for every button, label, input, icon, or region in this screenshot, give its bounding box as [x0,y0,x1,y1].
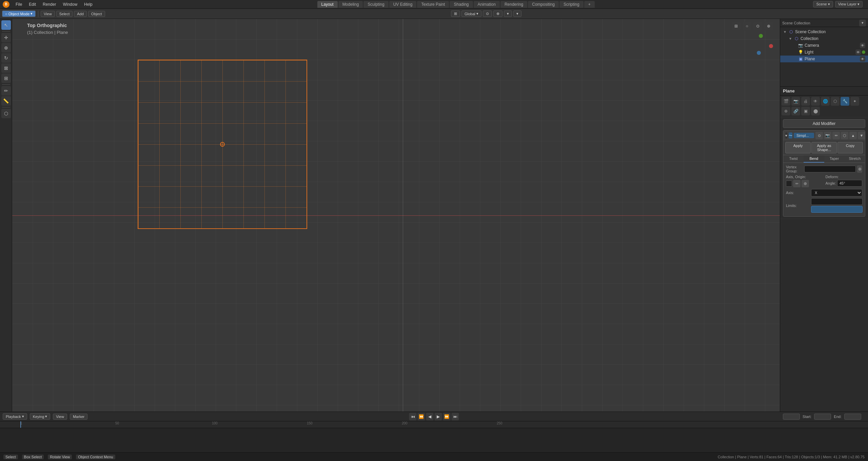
limits-min-input[interactable]: 0.00 [811,198,863,205]
modifier-render-icon[interactable]: 📷 [824,132,831,139]
rotate-tool[interactable]: ↻ [1,53,11,63]
tab-compositing[interactable]: Compositing [528,1,559,8]
tree-light[interactable]: 💡 Light 👁 [780,49,868,56]
menu-file[interactable]: File [13,1,25,7]
menu-render[interactable]: Render [40,1,59,7]
view-layer-selector[interactable]: View Layer ▾ [835,1,863,7]
measure-tool[interactable]: 📏 [1,96,11,106]
keying-menu[interactable]: Keying ▾ [30,413,51,420]
prop-render[interactable]: 📷 [791,97,800,106]
scale-tool[interactable]: ⊠ [1,63,11,73]
overlay-btn[interactable]: ▾ [504,11,512,17]
nav-dot-top[interactable] [759,34,763,38]
end-frame-input[interactable]: 250 [844,414,861,420]
add-modifier-btn[interactable]: Add Modifier [783,119,865,128]
marker-menu[interactable]: Marker [70,414,87,420]
axis-select[interactable]: X Y Z [811,189,862,196]
cursor-tool[interactable]: ✛ [1,33,11,42]
add-cube-tool[interactable]: ⬡ [1,109,11,118]
snap-btn[interactable]: ⊙ [483,11,492,17]
tree-collection[interactable]: ▾ ⬡ Collection [780,35,868,42]
global-local[interactable]: Global ▾ [461,11,481,17]
modifier-down-icon[interactable]: ▼ [858,132,865,139]
prop-physics[interactable]: ⊕ [782,107,790,116]
tab-scripting[interactable]: Scripting [559,1,584,8]
modifier-realtime-icon[interactable]: ⊙ [815,132,823,139]
viewport-shading-rendered[interactable]: ○ [743,22,751,30]
view-timeline-menu[interactable]: View [53,414,67,420]
tree-camera[interactable]: 📷 Camera 👁 [780,42,868,49]
xray-btn[interactable]: ▾ [513,11,521,17]
tab-add[interactable]: + [584,1,595,8]
outliner-filter[interactable]: ▾ [859,20,866,26]
box-select-status-btn[interactable]: Box Select [22,455,44,459]
jump-end-btn[interactable]: ⏭ [452,413,459,420]
object-menu[interactable]: Object [88,11,105,17]
prop-output[interactable]: 🖨 [801,97,810,106]
prop-object[interactable]: ⬡ [831,97,840,106]
prop-material[interactable]: ⬤ [811,107,820,116]
vertex-group-end-btn[interactable]: ⊕ [857,165,862,173]
tab-shading[interactable]: Shading [450,1,473,8]
view-menu[interactable]: View [41,11,55,17]
tree-plane[interactable]: ▣ Plane 👁 [780,56,868,62]
prop-view[interactable]: 👁 [811,97,820,106]
prop-particles[interactable]: ✦ [850,97,859,106]
nav-dot-right[interactable] [769,44,773,48]
mod-tab-bend[interactable]: Bend [804,155,824,163]
menu-help[interactable]: Help [81,1,95,7]
prop-constraints[interactable]: 🔗 [791,107,800,116]
move-tool[interactable]: ⊕ [1,43,11,53]
axis-origin-color[interactable] [786,181,792,187]
modifier-apply-shape-btn[interactable]: Apply as Shape... [811,142,837,153]
context-menu-status-btn[interactable]: Object Context Menu [76,455,115,459]
plane-vis-toggle[interactable]: 👁 [860,56,865,62]
object-mode-btn[interactable]: ○ Object Mode ▾ [2,11,36,17]
start-frame-input[interactable]: 1 [814,414,831,420]
viewport-shading-solid[interactable]: ⊞ [732,22,741,30]
axis-origin-settings[interactable]: ⊕ [802,180,809,187]
mod-tab-stretch[interactable]: Stretch [845,155,865,163]
transform-tool[interactable]: ⊞ [1,74,11,83]
step-back-btn[interactable]: ⏪ [418,413,425,420]
select-status-btn[interactable]: Select [3,455,18,459]
nav-dot-front[interactable] [757,51,761,55]
rotate-view-status-btn[interactable]: Rotate View [48,455,72,459]
select-menu[interactable]: Select [56,11,73,17]
prop-modifier[interactable]: 🔧 [841,97,849,106]
modifier-edit-icon[interactable]: ✏ [832,132,840,139]
tab-texturepaint[interactable]: Texture Paint [417,1,449,8]
playback-menu[interactable]: Playback ▾ [3,413,27,420]
add-menu[interactable]: Add [74,11,87,17]
tab-sculpting[interactable]: Sculpting [363,1,388,8]
vertex-group-input[interactable] [804,166,856,172]
nav-gizmo[interactable] [747,33,774,60]
tree-scene-collection[interactable]: ▾ ⬡ Scene Collection [780,28,868,35]
scene-selector[interactable]: Scene ▾ [813,1,833,7]
modifier-apply-btn[interactable]: Apply [785,142,811,153]
menu-edit[interactable]: Edit [26,1,39,7]
tab-uvediting[interactable]: UV Editing [389,1,417,8]
viewport[interactable]: Top Orthographic (1) Collection | Plane … [12,19,780,412]
mod-tab-taper[interactable]: Taper [824,155,845,163]
tab-rendering[interactable]: Rendering [500,1,527,8]
proportional-btn[interactable]: ⊕ [493,11,502,17]
play-back-btn[interactable]: ◀ [426,413,434,420]
select-tool[interactable]: ↖ [1,20,11,30]
mod-tab-twist[interactable]: Twist [783,155,804,163]
current-frame-input[interactable]: 1 [783,414,800,420]
modifier-cage-icon[interactable]: ⬡ [841,132,848,139]
angle-input[interactable] [837,180,862,187]
viewport-xray[interactable]: ⊕ [764,22,773,30]
modifier-name[interactable]: Simpl... [794,133,814,138]
tab-modeling[interactable]: Modeling [338,1,363,8]
menu-window[interactable]: Window [60,1,80,7]
modifier-copy-btn[interactable]: Copy [837,142,863,153]
viewport-overlay[interactable]: ⊙ [753,22,762,30]
limits-max-input[interactable]: 1.00 [811,206,863,213]
light-vis-toggle[interactable]: 👁 [855,49,861,55]
tab-layout[interactable]: Layout [317,1,338,8]
prop-scene[interactable]: 🎬 [782,97,790,106]
tab-animation[interactable]: Animation [474,1,500,8]
step-forward-btn[interactable]: ⏩ [443,413,451,420]
